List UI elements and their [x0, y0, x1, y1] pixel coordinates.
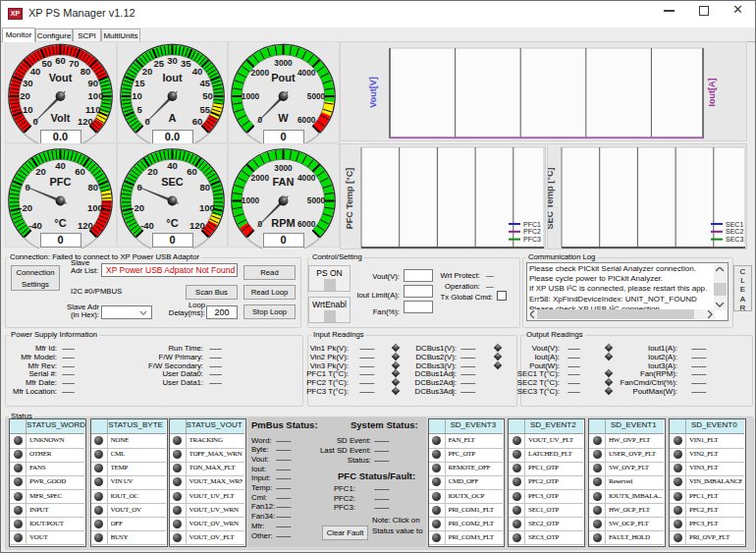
svg-text:30: 30 [167, 55, 178, 66]
svg-text:Volt: Volt [51, 112, 71, 124]
svg-text:°C: °C [166, 217, 178, 229]
svg-text:60: 60 [75, 166, 85, 177]
svg-text:PFC2: PFC2 [523, 228, 541, 235]
svg-text:PFC: PFC [50, 176, 72, 188]
svg-text:50: 50 [202, 90, 213, 101]
svg-text:RPM: RPM [271, 217, 295, 229]
svg-text:Vout: Vout [49, 72, 73, 83]
svg-text:PFC1: PFC1 [523, 221, 541, 228]
svg-text:5: 5 [137, 104, 143, 115]
svg-text:120: 120 [189, 220, 205, 231]
svg-text:6000: 6000 [297, 115, 316, 125]
svg-text:6000: 6000 [297, 219, 316, 229]
svg-text:3000: 3000 [274, 58, 293, 68]
svg-text:120: 120 [78, 220, 93, 231]
svg-text:Iout[A]: Iout[A] [707, 79, 717, 107]
svg-text:-40: -40 [28, 220, 42, 231]
svg-text:5000: 5000 [307, 195, 326, 205]
svg-text:50: 50 [41, 58, 52, 69]
svg-text:FAN: FAN [273, 176, 295, 188]
svg-text:°C: °C [54, 217, 66, 229]
svg-text:20: 20 [20, 90, 30, 101]
svg-text:SEC: SEC [161, 176, 184, 188]
svg-text:1000: 1000 [242, 91, 260, 101]
svg-text:40: 40 [167, 160, 178, 171]
svg-text:80: 80 [199, 182, 210, 193]
svg-text:10: 10 [23, 104, 33, 115]
svg-text:100: 100 [199, 202, 215, 213]
svg-text:40: 40 [192, 66, 203, 77]
svg-text:20: 20 [142, 66, 153, 77]
svg-text:SEC2: SEC2 [726, 228, 743, 235]
svg-text:60: 60 [187, 166, 197, 177]
svg-text:3000: 3000 [274, 163, 293, 173]
svg-text:5000: 5000 [307, 91, 326, 101]
svg-text:60: 60 [192, 116, 203, 127]
svg-text:PFC3: PFC3 [523, 236, 541, 243]
svg-text:70: 70 [69, 58, 80, 69]
svg-text:35: 35 [181, 58, 191, 69]
svg-text:45: 45 [199, 78, 210, 88]
svg-text:80: 80 [81, 66, 91, 77]
svg-text:-40: -40 [140, 220, 154, 231]
svg-text:2000: 2000 [251, 173, 270, 183]
svg-text:SEC Temp [°C]: SEC Temp [°C] [548, 168, 555, 230]
svg-text:110: 110 [85, 104, 100, 115]
svg-text:25: 25 [153, 58, 164, 69]
svg-text:100: 100 [87, 202, 103, 213]
svg-text:PFC Temp [°C]: PFC Temp [°C] [345, 168, 354, 229]
svg-text:W: W [278, 112, 289, 124]
svg-text:100: 100 [88, 90, 104, 101]
svg-text:SEC1: SEC1 [726, 221, 743, 228]
svg-text:-20: -20 [19, 202, 32, 213]
svg-text:SEC3: SEC3 [726, 236, 743, 243]
svg-text:4000: 4000 [297, 68, 316, 78]
svg-text:20: 20 [35, 166, 46, 177]
svg-text:120: 120 [78, 116, 93, 127]
svg-text:30: 30 [23, 78, 33, 88]
svg-text:20: 20 [147, 166, 158, 177]
svg-text:40: 40 [30, 66, 41, 77]
svg-text:Iout: Iout [162, 72, 182, 83]
svg-text:4000: 4000 [297, 173, 316, 183]
svg-text:40: 40 [55, 160, 66, 171]
svg-text:15: 15 [135, 78, 145, 88]
svg-text:10: 10 [132, 90, 142, 101]
svg-text:60: 60 [55, 55, 66, 66]
svg-text:Vout[V]: Vout[V] [368, 77, 378, 107]
svg-text:1000: 1000 [242, 195, 260, 205]
svg-text:Pout: Pout [271, 72, 296, 83]
svg-text:2000: 2000 [251, 68, 270, 78]
svg-text:-20: -20 [131, 202, 144, 213]
svg-text:A: A [169, 112, 177, 124]
svg-text:90: 90 [87, 78, 98, 88]
svg-text:55: 55 [199, 104, 210, 115]
svg-text:80: 80 [87, 182, 98, 193]
